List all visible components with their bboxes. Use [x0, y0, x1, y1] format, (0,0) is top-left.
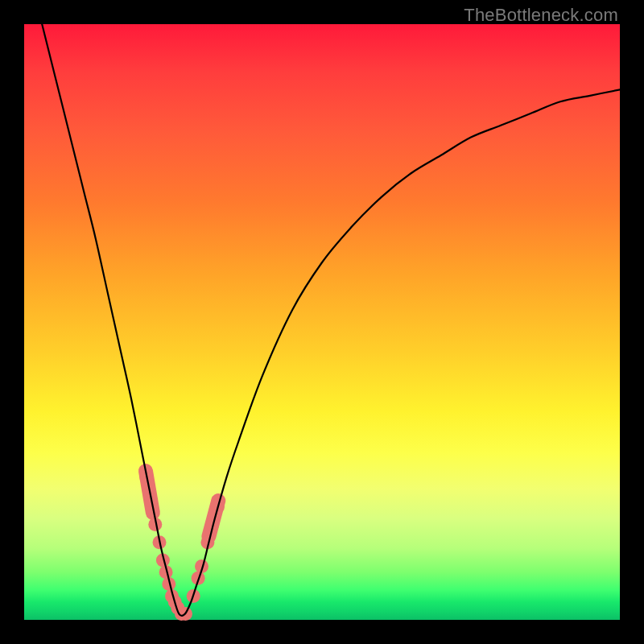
chart-svg	[24, 24, 620, 620]
watermark-text: TheBottleneck.com	[464, 5, 618, 26]
bottleneck-curve	[42, 24, 620, 616]
outer-frame: TheBottleneck.com	[0, 0, 644, 644]
markers-group	[139, 470, 225, 621]
plot-area	[24, 24, 620, 620]
